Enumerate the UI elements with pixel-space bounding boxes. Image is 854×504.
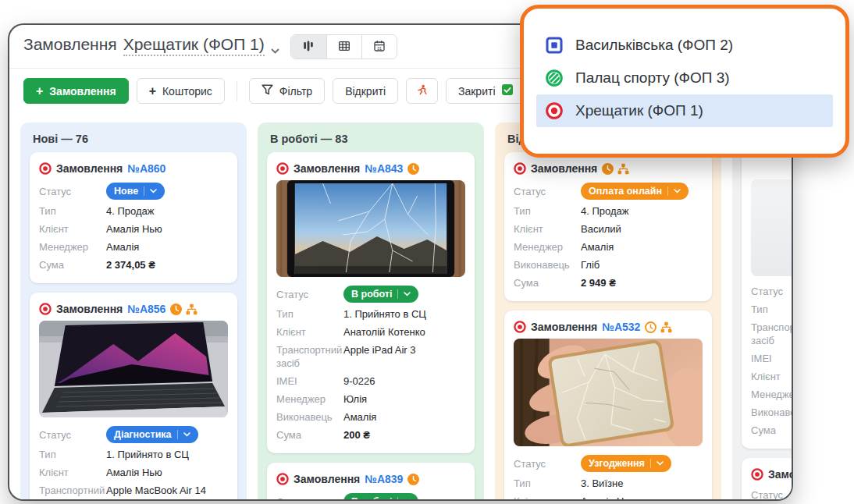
chevron-down-icon	[271, 40, 279, 59]
open-filter-button[interactable]: Відкриті	[333, 78, 398, 104]
column-header: Нові — 76	[20, 122, 247, 152]
kanban-column-col3: ВідЗамовленняСтатусОплата онлайнТип4. Пр…	[495, 122, 721, 499]
order-card-clipped-2[interactable]: ЗамовленняСтатусТип	[742, 458, 792, 499]
status-badge[interactable]: Узгодження	[581, 455, 671, 472]
order-field-row: СтатусОплата онлайн	[514, 180, 703, 202]
order-field-row: Тип1. Прийнято в СЦ	[276, 305, 465, 323]
field-label: Сума	[514, 276, 581, 289]
toolbar-divider	[237, 81, 237, 101]
field-value: Apple iPad Air 3	[343, 343, 416, 357]
order-card-title: Замовлення	[294, 162, 360, 175]
order-photo-ipad	[276, 180, 465, 277]
status-badge[interactable]: Діагностика	[106, 426, 198, 443]
field-label: Транспортний засіб	[276, 343, 343, 370]
status-badge-label: Узгодження	[589, 457, 645, 470]
order-number-link[interactable]: №A839	[365, 473, 403, 485]
order-card-hidden-top[interactable]: ЗамовленняСтатусОплата онлайнТип4. Прода…	[504, 152, 712, 301]
order-card-icons	[602, 163, 629, 175]
order-field-row: Статус	[751, 282, 792, 300]
location-menu: Васильківська (ФОП 2) Палац спорту (ФОП …	[520, 5, 849, 158]
badge-divider	[144, 186, 144, 196]
order-field-row: Тип3. Виїзне	[514, 474, 703, 492]
new-estimate-button[interactable]: + Кошторис	[137, 78, 225, 104]
order-field-row: КлієнтАнатолій Котенко	[276, 323, 465, 341]
table-view-button[interactable]	[326, 35, 361, 59]
calendar-view-button[interactable]: 31	[361, 35, 397, 59]
order-field-row: СтатусВ роботі	[276, 491, 465, 499]
order-field-row: Клієнт	[751, 367, 792, 385]
field-label: IMEI	[276, 374, 343, 388]
field-value: 200 ₴	[343, 428, 370, 442]
field-label: Сума	[39, 258, 106, 272]
field-label: Сума	[276, 428, 343, 442]
new-order-label: Замовлення	[49, 85, 116, 98]
field-value: Василий	[581, 222, 621, 236]
field-label: Тип	[514, 477, 581, 490]
field-value: 1. Прийнято в СЦ	[106, 448, 189, 461]
field-label: Тип	[39, 448, 106, 461]
order-field-row: ВиконавецьАмалія	[276, 408, 465, 426]
new-order-button[interactable]: + Замовлення	[23, 78, 129, 104]
column-cards: Замовлення№A843СтатусВ роботіТип1. Прийн…	[258, 152, 484, 499]
badge-divider	[177, 430, 178, 439]
field-label: Клієнт	[514, 222, 581, 236]
status-badge-label: Оплата онлайн	[589, 185, 662, 198]
field-label: Менеджер	[276, 392, 343, 406]
order-number-link[interactable]: №A856	[127, 303, 165, 315]
order-field-row: Транспортний засіб	[751, 318, 792, 350]
order-card-title-row: Замовлення№A532	[514, 318, 703, 335]
estimate-label: Кошторис	[162, 85, 212, 98]
order-field-row: СтатусВ роботі	[276, 283, 465, 305]
order-field-row: КлієнтАмалія Нью	[39, 463, 228, 481]
status-badge[interactable]: В роботі	[343, 286, 418, 303]
order-number-link[interactable]: №A843	[365, 162, 403, 175]
clock-filled-icon	[407, 474, 419, 485]
filter-button[interactable]: Фільтр	[249, 78, 325, 104]
order-field-row: Виконавець	[751, 403, 792, 421]
closed-filter-button[interactable]: Закриті	[446, 78, 525, 104]
order-field-row: Сума2 949 ₴	[514, 274, 703, 292]
order-field-row: Транспортний засібApple MacBook Air 14	[39, 481, 228, 499]
field-label: Статус	[514, 185, 581, 198]
status-badge[interactable]: В роботі	[343, 493, 418, 499]
open-label: Відкриті	[345, 85, 386, 98]
chevron-down-icon	[657, 461, 664, 466]
red-target-icon	[546, 102, 563, 119]
field-label: Статус	[39, 185, 106, 198]
field-value: 9-0226	[343, 374, 375, 388]
field-label: Менеджер	[39, 240, 106, 254]
filter-label: Фільтр	[279, 85, 312, 98]
status-badge[interactable]: Оплата онлайн	[581, 183, 689, 200]
runner-filter-button[interactable]	[406, 78, 438, 104]
field-label: Клієнт	[751, 370, 792, 383]
order-target-icon	[751, 468, 763, 481]
order-card-a839[interactable]: Замовлення№A839СтатусВ роботі	[267, 463, 475, 499]
order-number-link[interactable]: №A532	[602, 321, 640, 333]
field-label: Транспортний засіб	[751, 321, 792, 347]
location-menu-item-khreshchatyk-selected[interactable]: Хрещатик (ФОП 1)	[536, 94, 833, 127]
order-card-a860[interactable]: Замовлення№A860СтатусНовеТип4. ПродажКлі…	[30, 152, 237, 283]
clock-filled-icon	[170, 303, 182, 315]
field-value: Амалія	[581, 240, 614, 254]
order-field-row: СтатусДіагностика	[39, 424, 228, 445]
location-menu-item-palats-sportu[interactable]: Палац спорту (ФОП 3)	[536, 62, 833, 94]
order-field-row: СтатусНове	[39, 180, 228, 202]
order-card-a532[interactable]: Замовлення№A532СтатусУзгодженняТип3. Виї…	[504, 311, 712, 499]
order-card-a843[interactable]: Замовлення№A843СтатусВ роботіТип1. Прийн…	[267, 152, 475, 453]
status-badge[interactable]: Нове	[106, 183, 165, 200]
location-selector[interactable]: Хрещатик (ФОП 1)	[123, 35, 265, 56]
order-card-a856[interactable]: Замовлення№A856СтатусДіагностикаТип1. Пр…	[30, 293, 237, 499]
order-field-row: МенеджерАмалія	[39, 238, 228, 256]
order-field-row: Статус	[751, 486, 792, 499]
order-card-clipped-1[interactable]: СтатусТипТранспортний засібIMEIКлієнтМен…	[742, 151, 792, 449]
kanban-view-button[interactable]	[291, 35, 326, 59]
field-value: 3. Виїзне	[581, 477, 623, 490]
check-icon	[502, 84, 513, 98]
order-number-link[interactable]: №A860	[127, 162, 165, 175]
field-value: 4. Продаж	[581, 204, 628, 218]
location-menu-item-vasylkivska[interactable]: Васильківська (ФОП 2)	[536, 29, 833, 62]
order-card-title: Замовлення	[56, 162, 123, 175]
field-label: Сума	[751, 424, 792, 437]
order-card-title: Замовлення	[56, 303, 123, 315]
page-title-text: Замовлення	[23, 35, 117, 54]
